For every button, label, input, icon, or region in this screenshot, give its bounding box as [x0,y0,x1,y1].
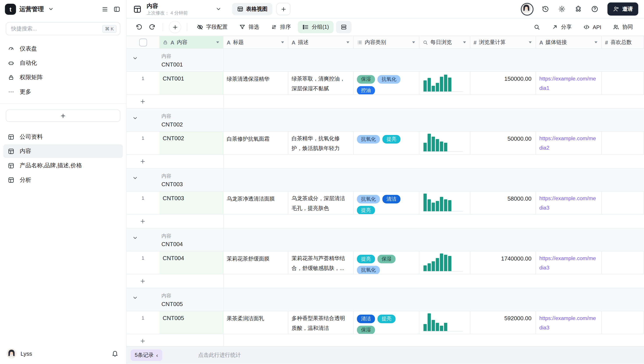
quick-search-input[interactable]: 快捷搜索... ⌘ K [6,22,120,35]
tag-提亮[interactable]: 提亮 [382,135,401,144]
cell-categories[interactable]: 提亮保湿抗氧化 [354,251,419,274]
tag-保湿[interactable]: 保湿 [357,75,375,84]
cell-media-link[interactable]: https://example.com/media2 [536,132,602,154]
cell-view-count[interactable]: 592000.00 [470,311,536,334]
cell-likes[interactable] [602,311,644,334]
tag-提亮[interactable]: 提亮 [377,314,396,323]
undo-icon[interactable] [133,22,145,33]
stat-hint[interactable]: 点击此行进行统计 [198,352,241,359]
media-link[interactable]: https://example.com/media3 [539,254,598,273]
group-collapse-chevron-icon[interactable] [132,115,138,121]
cell-categories[interactable]: 清洁提亮保湿 [354,311,419,334]
cell-daily-views-chart[interactable] [419,72,470,94]
user-avatar[interactable] [7,349,17,358]
group-collapse-chevron-icon[interactable] [132,295,138,300]
cell-id[interactable]: CNT003 [159,192,224,214]
app-logo[interactable]: t [5,4,16,15]
sidebar-table-item[interactable]: 分析 [3,173,123,186]
cell-categories[interactable]: 抗氧化提亮 [354,132,419,154]
cell-likes[interactable] [602,132,644,154]
cell-id[interactable]: CNT002 [159,132,224,154]
cell-likes[interactable] [602,251,644,274]
tag-抗氧化[interactable]: 抗氧化 [357,195,380,204]
tab-grid-view[interactable]: 表格视图 [232,3,273,15]
cell-likes[interactable] [602,72,644,94]
sidebar-table-item[interactable]: 公司资料 [3,130,123,144]
column-caret-icon[interactable] [281,40,285,44]
add-row-plus-icon[interactable] [140,218,146,224]
add-table-button[interactable] [6,110,120,122]
toolbar-eye-off-button[interactable]: 字段配置 [192,21,232,33]
cell-likes[interactable] [602,192,644,214]
cell-title[interactable]: 果茶柔润洁面乳 [224,311,288,334]
cell-description[interactable]: 多种香型果茶结合透明质酸，温和清洁 [288,311,354,334]
redo-icon[interactable] [146,22,158,33]
invite-button[interactable]: 邀请 [607,2,638,16]
cell-view-count[interactable]: 150000.00 [470,72,536,94]
workspace-name[interactable]: 运营管理 [19,5,44,13]
cell-title[interactable]: 白茶修护抗氧面霜 [224,132,288,154]
add-row-plus-icon[interactable] [140,338,146,344]
tag-控油[interactable]: 控油 [357,86,375,94]
column-header-内容[interactable]: A内容 [159,36,224,48]
workspace-chevron-down-icon[interactable] [47,5,55,13]
collapse-sidebar-icon[interactable] [113,5,121,13]
cell-description[interactable]: 茉莉花茶与芦荟精华结合，舒缓敏感肌肤，... [288,251,354,274]
toolbar-row-height-button[interactable] [336,21,352,33]
tag-保湿[interactable]: 保湿 [377,254,396,263]
tag-清洁[interactable]: 清洁 [382,195,401,204]
column-header-每日浏览[interactable]: 每日浏览 [419,36,470,48]
cell-description[interactable]: 乌龙茶成分，深层清洁毛孔，提亮肤色 [288,192,354,214]
settings-gear-icon[interactable] [557,4,566,14]
cell-media-link[interactable]: https://example.com/media1 [536,72,602,94]
media-link[interactable]: https://example.com/media3 [539,194,598,213]
account-avatar[interactable] [521,2,534,15]
history-icon[interactable] [541,4,550,14]
tag-清洁[interactable]: 清洁 [357,314,375,323]
column-caret-icon[interactable] [462,40,467,44]
toolbar-API-button[interactable]: API [579,21,606,33]
cell-daily-views-chart[interactable] [419,251,470,274]
column-caret-icon[interactable] [528,40,532,44]
media-link[interactable]: https://example.com/media3 [539,314,598,333]
column-header-媒体链接[interactable]: A媒体链接 [536,36,602,48]
cell-daily-views-chart[interactable] [419,192,470,214]
cell-media-link[interactable]: https://example.com/media3 [536,311,602,334]
add-record-button[interactable] [169,21,181,33]
cell-id[interactable]: CNT005 [159,311,224,334]
tag-保湿[interactable]: 保湿 [357,326,375,334]
cell-description[interactable]: 白茶精华，抗氧化修护，焕活肌肤年轻力 [288,132,354,154]
help-icon[interactable] [590,4,599,14]
group-collapse-chevron-icon[interactable] [132,235,138,240]
cell-view-count[interactable]: 58000.00 [470,192,536,214]
add-view-button[interactable] [276,3,290,15]
toolbar-分享-button[interactable]: 分享 [547,21,576,33]
column-header-描述[interactable]: A描述 [288,36,354,48]
menu-icon[interactable] [101,5,109,13]
sidebar-table-item[interactable]: 产品名称,品牌,描述,价格 [3,159,123,172]
cell-daily-views-chart[interactable] [419,311,470,334]
column-header-浏览量计算[interactable]: #浏览量计算 [470,36,536,48]
column-header-内容类别[interactable]: 内容类别 [354,36,419,48]
plugin-puzzle-icon[interactable] [574,4,583,14]
tag-抗氧化[interactable]: 抗氧化 [377,75,400,84]
cell-media-link[interactable]: https://example.com/media3 [536,192,602,214]
column-caret-icon[interactable] [346,40,350,44]
toolbar-filter-button[interactable]: 筛选 [235,21,264,33]
sidebar-item-lock[interactable]: 权限矩阵 [3,71,123,84]
column-caret-icon[interactable] [411,40,416,44]
cell-view-count[interactable]: 1740000.00 [470,251,536,274]
add-row-plus-icon[interactable] [140,278,146,284]
group-collapse-chevron-icon[interactable] [132,55,138,61]
toolbar-协同-button[interactable]: 协同 [608,21,637,33]
add-row-plus-icon[interactable] [140,98,146,104]
select-all-checkbox[interactable] [139,38,147,46]
media-link[interactable]: https://example.com/media1 [539,74,598,93]
cell-view-count[interactable]: 50000.00 [470,132,536,154]
cell-categories[interactable]: 抗氧化清洁提亮 [354,192,419,214]
column-header-标题[interactable]: A标题 [224,36,288,48]
toolbar-search-button[interactable] [529,21,545,33]
record-count-pill[interactable]: 5条记录 ‹ [131,350,162,361]
group-collapse-chevron-icon[interactable] [132,175,138,181]
sidebar-item-ellipsis[interactable]: 更多 [3,85,123,98]
